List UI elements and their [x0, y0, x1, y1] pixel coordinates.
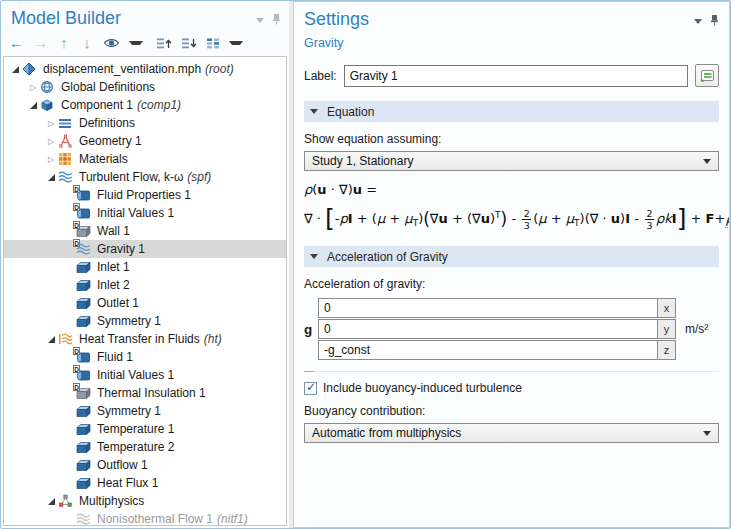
back-button[interactable]: ← [9, 35, 24, 51]
settings-title: Settings [304, 8, 369, 30]
tree-item-wall-1[interactable]: DWall 1 [4, 222, 286, 240]
tree-item-component-1[interactable]: Component 1(comp1) [4, 96, 286, 114]
tree-item-global-definitions[interactable]: ▷Global Definitions [4, 78, 286, 96]
settings-node-subtitle: Gravity [294, 30, 729, 50]
label-input[interactable] [344, 65, 688, 87]
move-down-button[interactable]: ↓ [80, 35, 94, 51]
axis-label-z: z [657, 340, 676, 360]
component-icon [40, 98, 57, 112]
settings-header: Settings [294, 2, 729, 30]
tree-item-heat-flux-1[interactable]: Heat Flux 1 [4, 474, 286, 492]
checked-checkbox-icon[interactable] [304, 382, 317, 395]
gravity-z-field[interactable] [318, 340, 658, 360]
buoyancy-turbulence-checkbox-label[interactable]: Include buoyancy-induced turbulence [323, 381, 522, 395]
model-tree[interactable]: displacement_ventilation.mph(root)▷Globa… [3, 56, 287, 526]
slab-blue-icon [76, 476, 93, 490]
slab-blue-icon [76, 278, 93, 292]
gravity-waves-icon: D [76, 242, 93, 256]
tree-item-geometry-1[interactable]: ▷Geometry 1 [4, 132, 286, 150]
slab-gray-icon: D [76, 386, 93, 400]
expander-open-icon[interactable] [44, 174, 58, 181]
tree-item-thermal-insulation-1[interactable]: DThermal Insulation 1 [4, 384, 286, 402]
tree-item-nonisothermal-flow-1[interactable]: Nonisothermal Flow 1(nitf1) [4, 510, 286, 526]
tree-item-symmetry-1[interactable]: Symmetry 1 [4, 312, 286, 330]
tree-item-multiphysics[interactable]: Multiphysics [4, 492, 286, 510]
settings-panel: Settings Gravity Label: Equation Show eq… [293, 1, 730, 528]
model-builder-header: Model Builder [1, 1, 289, 29]
tree-item-initial-values-1[interactable]: DInitial Values 1 [4, 204, 286, 222]
move-up-button[interactable]: ↑ [57, 35, 71, 51]
fraction: 23 [522, 209, 531, 231]
domain-blue-icon: D [76, 188, 93, 202]
show-options-caret-icon[interactable] [129, 41, 143, 45]
buoyancy-contribution-dropdown[interactable]: Automatic from multiphysics [304, 423, 719, 443]
fraction: 23 [645, 209, 654, 231]
tree-item-label: Temperature 1 [97, 422, 174, 436]
label-options-button[interactable] [695, 64, 719, 87]
globe-icon [40, 80, 57, 94]
chevron-down-icon[interactable] [256, 18, 264, 23]
model-tree-options-button[interactable] [206, 35, 220, 51]
collapse-all-button[interactable] [156, 35, 172, 51]
tree-item-materials[interactable]: ▷Materials [4, 150, 286, 168]
tree-item-fluid-1[interactable]: DFluid 1 [4, 348, 286, 366]
tree-item-label: Global Definitions [61, 80, 155, 94]
gravity-x-field[interactable] [318, 298, 658, 318]
tree-item-displacement-ventilation-mph[interactable]: displacement_ventilation.mph(root) [4, 60, 286, 78]
tree-item-turbulent-flow-k[interactable]: Turbulent Flow, k-ω(spf) [4, 168, 286, 186]
expand-all-button[interactable] [181, 35, 197, 51]
acceleration-field-label: Acceleration of gravity: [304, 277, 719, 291]
tree-item-label: Inlet 1 [97, 260, 130, 274]
expander-open-icon[interactable] [44, 336, 58, 343]
tree-item-tag: (nitf1) [217, 512, 248, 526]
gravity-unit-label: m/s² [685, 322, 719, 336]
expander-closed-icon[interactable]: ▷ [26, 83, 40, 92]
gravity-vector-symbol: g [304, 322, 318, 337]
chevron-down-icon[interactable] [694, 19, 702, 24]
tree-item-fluid-properties-1[interactable]: DFluid Properties 1 [4, 186, 286, 204]
show-equation-label: Show equation assuming: [304, 132, 719, 146]
expander-closed-icon[interactable]: ▷ [44, 155, 58, 164]
buoyancy-turbulence-checkbox-row[interactable]: Include buoyancy-induced turbulence [304, 381, 719, 395]
tree-item-label: Nonisothermal Flow 1 [97, 512, 213, 526]
tree-item-definitions[interactable]: ▷Definitions [4, 114, 286, 132]
acceleration-section-header[interactable]: Acceleration of Gravity [304, 246, 719, 267]
buoyancy-contribution-value: Automatic from multiphysics [312, 426, 461, 440]
pin-icon[interactable] [710, 14, 719, 29]
tree-item-inlet-2[interactable]: Inlet 2 [4, 276, 286, 294]
domain-blue-icon: D [76, 350, 93, 364]
tree-item-gravity-1[interactable]: DGravity 1 [4, 240, 286, 258]
section-collapse-icon[interactable] [310, 254, 318, 259]
tree-item-label: Fluid Properties 1 [97, 188, 191, 202]
expander-open-icon[interactable] [44, 498, 58, 505]
tree-item-initial-values-1[interactable]: DInitial Values 1 [4, 366, 286, 384]
default-node-badge: D [73, 365, 80, 373]
forward-button[interactable]: → [33, 35, 48, 51]
tree-item-temperature-2[interactable]: Temperature 2 [4, 438, 286, 456]
model-builder-toolbar: ← → ↑ ↓ [1, 29, 289, 56]
default-node-badge: D [73, 203, 80, 211]
equation-section-header[interactable]: Equation [304, 101, 719, 122]
default-node-badge: D [73, 383, 80, 391]
expander-closed-icon[interactable]: ▷ [44, 137, 58, 146]
slab-blue-icon [76, 404, 93, 418]
tree-item-outflow-1[interactable]: Outflow 1 [4, 456, 286, 474]
default-node-badge: D [73, 347, 80, 355]
expander-open-icon[interactable] [8, 66, 22, 73]
tree-item-symmetry-1[interactable]: Symmetry 1 [4, 402, 286, 420]
show-toggle-button[interactable] [103, 35, 120, 51]
tree-item-label: Thermal Insulation 1 [97, 386, 206, 400]
pin-icon[interactable] [272, 13, 281, 28]
tree-item-heat-transfer-in-fluids[interactable]: Heat Transfer in Fluids(ht) [4, 330, 286, 348]
acceleration-section-title: Acceleration of Gravity [327, 250, 448, 264]
expander-closed-icon[interactable]: ▷ [44, 119, 58, 128]
tree-item-temperature-1[interactable]: Temperature 1 [4, 420, 286, 438]
tree-item-outlet-1[interactable]: Outlet 1 [4, 294, 286, 312]
section-collapse-icon[interactable] [310, 109, 318, 114]
study-dropdown[interactable]: Study 1, Stationary [304, 151, 719, 171]
expander-open-icon[interactable] [26, 102, 40, 109]
toolbar-overflow-caret-icon[interactable] [229, 41, 243, 45]
gravity-y-field[interactable] [318, 319, 658, 339]
tree-item-inlet-1[interactable]: Inlet 1 [4, 258, 286, 276]
equation-line-2: ∇ · [-pI + (μ + μT)(∇u + (∇u)T) - 23(μ +… [304, 200, 719, 232]
